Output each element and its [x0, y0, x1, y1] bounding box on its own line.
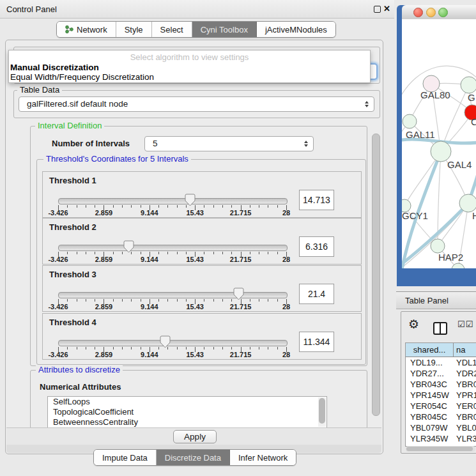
tick-label: 15.43 — [186, 209, 204, 217]
network-node[interactable] — [459, 194, 476, 212]
tick-label: 2.859 — [95, 303, 113, 311]
threshold-value-field[interactable]: 14.713 — [299, 190, 334, 210]
tick-labels: -3.4262.8599.14415.4321.71528 — [58, 256, 286, 263]
split-columns-icon[interactable] — [433, 322, 447, 335]
list-item[interactable]: BetweennessCentrality — [48, 417, 326, 427]
main-scrollbar-thumb[interactable] — [372, 134, 380, 416]
tab-label: Infer Network — [238, 453, 288, 463]
threshold-value-field[interactable]: 6.316 — [299, 236, 334, 257]
threshold-value-field[interactable]: 11.344 — [299, 332, 334, 352]
network-node[interactable] — [461, 77, 476, 93]
select-columns-checkboxes-icon[interactable]: ☑☑ — [457, 319, 473, 329]
list-scrollbar[interactable] — [318, 397, 326, 427]
tick-label: 9.144 — [141, 351, 158, 358]
column-header-name[interactable]: na — [454, 343, 476, 357]
threshold-value-field[interactable]: 21.4 — [299, 284, 334, 304]
network-node[interactable] — [431, 239, 445, 253]
cell-shared-name: YBR045C — [406, 411, 453, 422]
minimize-traffic-light-icon[interactable] — [426, 8, 436, 17]
list-item[interactable]: TopologicalCoefficient — [48, 407, 326, 417]
cell-name: YDL1 — [453, 357, 476, 368]
cell-name: YDR2 — [453, 368, 476, 379]
attributes-group-title: Attributes to discretize — [36, 365, 123, 374]
zoom-traffic-light-icon[interactable] — [438, 8, 448, 17]
table-hscrollbar-thumb[interactable] — [406, 447, 473, 451]
attributes-group: Attributes to discretize Numerical Attri… — [30, 370, 367, 427]
threshold-coordinates-group: Threshold's Coordinates for 5 Intervals … — [36, 159, 366, 365]
node-label: GCY1 — [402, 210, 428, 221]
list-scrollbar-thumb[interactable] — [319, 398, 325, 424]
combo-stepper-icon — [365, 101, 369, 107]
threshold-panel-3: Threshold 3-3.4262.8599.14415.4321.71528… — [42, 265, 362, 312]
tick-label: 15.43 — [186, 256, 204, 263]
tick-label: -3.426 — [48, 303, 68, 311]
tick-labels: -3.4262.8599.14415.4321.71528 — [58, 351, 286, 358]
tab-cyni-toolbox[interactable]: Cyni Toolbox — [192, 22, 257, 37]
threshold-title: Threshold 4 — [49, 318, 96, 327]
popup-hint-item[interactable]: Select algorithm to view settings — [9, 52, 370, 62]
slider-track[interactable] — [58, 198, 288, 204]
settings-viewport: Interval Definition Number of Intervals … — [8, 119, 370, 427]
tick-labels: -3.4262.8599.14415.4321.71528 — [58, 209, 286, 217]
tick-label: 28 — [282, 256, 290, 263]
node-label: H — [472, 210, 476, 221]
tab-label: Cyni Toolbox — [201, 25, 248, 35]
table-data-combo-value: galFiltered.sif default node — [27, 97, 128, 111]
close-traffic-light-icon[interactable] — [413, 8, 423, 17]
float-window-icon[interactable] — [374, 6, 381, 13]
apply-button[interactable]: Apply — [173, 430, 217, 443]
cell-name: YER0 — [453, 401, 476, 411]
tab-label: Select — [160, 25, 183, 35]
table-panel-titlebar: Table Panel — [396, 291, 476, 309]
table-row[interactable]: YER054CYER0 — [406, 401, 476, 411]
tick-labels: -3.4262.8599.14415.4321.71528 — [58, 303, 286, 311]
table-data-combo[interactable]: galFiltered.sif default node — [19, 96, 374, 112]
tab-network[interactable]: Network — [57, 22, 116, 37]
table-panel-window: ⚙ ☑☑ shared... na YDL19...YDL1YDR27...YD… — [401, 311, 476, 454]
tab-discretize-data[interactable]: Discretize Data — [157, 450, 230, 465]
table-row[interactable]: YPR145WYPR1 — [406, 390, 476, 401]
tab-jactivemnodules[interactable]: jActiveMNodules — [257, 22, 335, 37]
number-of-intervals-combo[interactable]: 5 — [144, 136, 314, 151]
tab-select[interactable]: Select — [152, 22, 192, 37]
table-row[interactable]: YBR043CYBR0 — [406, 379, 476, 390]
table-hscrollbar[interactable] — [406, 446, 475, 452]
popup-item-equal-width-frequency[interactable]: Equal Width/Frequency Discretization — [10, 72, 154, 82]
list-item[interactable]: SelfLoops — [48, 397, 326, 407]
node-label: GAL80 — [420, 89, 450, 100]
tab-impute-data[interactable]: Impute Data — [94, 450, 157, 465]
threshold-panel-1: Threshold 1-3.4262.8599.14415.4321.71528… — [42, 171, 362, 218]
cell-shared-name: YDL19... — [406, 357, 453, 368]
slider-thumb[interactable] — [123, 240, 134, 253]
tab-label: Style — [125, 25, 143, 35]
tick-label: 28 — [282, 209, 290, 217]
main-scrollbar[interactable] — [371, 119, 380, 427]
slider-thumb[interactable] — [185, 194, 196, 206]
table-row[interactable]: YBR045CYBR0 — [406, 411, 476, 422]
slider-thumb[interactable] — [160, 335, 171, 348]
table-data-title: Table Data — [17, 86, 62, 95]
gear-icon[interactable]: ⚙ — [408, 317, 419, 332]
table-row[interactable]: YDL19...YDL1 — [406, 357, 476, 368]
table-row[interactable]: YBL079WYBL0 — [406, 422, 476, 433]
table-row[interactable]: YDR27...YDR2 — [406, 368, 476, 379]
tick-label: -3.426 — [48, 209, 68, 217]
tab-style[interactable]: Style — [116, 22, 152, 37]
cell-name: YPR1 — [453, 390, 476, 401]
cell-name: YBL0 — [453, 422, 476, 433]
network-node[interactable] — [403, 114, 417, 128]
popup-item-manual-discretization[interactable]: Manual Discretization — [10, 63, 99, 72]
slider-track[interactable] — [58, 245, 288, 251]
network-canvas[interactable]: GAL80GCGAL11GAL4GCY1HHAP2 — [402, 19, 476, 268]
slider-track[interactable] — [58, 292, 288, 298]
combo-stepper-icon — [304, 141, 308, 147]
slider-thumb[interactable] — [233, 288, 244, 300]
table-row[interactable]: YLR345WYLR3 — [406, 433, 476, 444]
slider-track[interactable] — [58, 340, 288, 346]
node-label: G — [468, 92, 475, 103]
tick-label: 15.43 — [186, 303, 204, 311]
column-header-shared-name[interactable]: shared... — [406, 343, 454, 357]
tab-infer-network[interactable]: Infer Network — [230, 450, 296, 465]
close-icon[interactable]: ✕ — [383, 4, 390, 13]
table-panel-title: Table Panel — [405, 296, 449, 305]
